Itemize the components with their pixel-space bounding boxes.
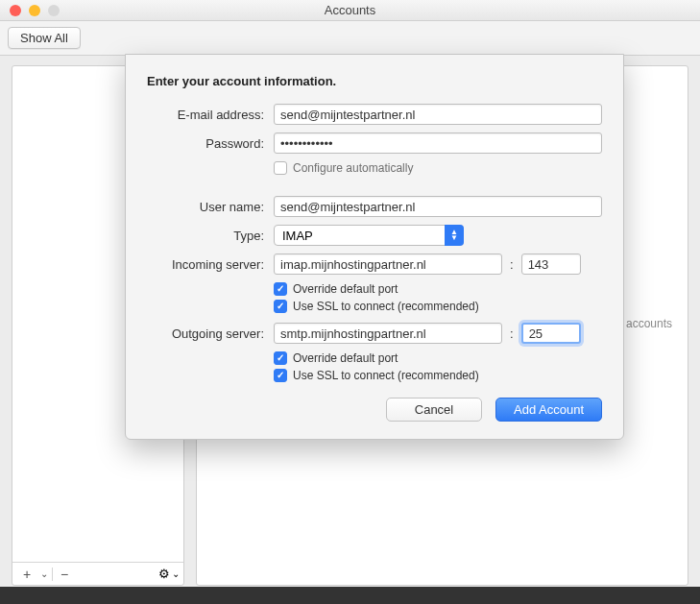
hint-text: t accounts [619, 317, 672, 330]
configure-auto-label: Configure automatically [293, 161, 413, 175]
username-label: User name: [147, 200, 264, 214]
window-toolbar: Show All [0, 21, 700, 56]
minus-icon: − [60, 567, 68, 582]
add-account-button[interactable]: + [16, 566, 37, 583]
email-field[interactable] [274, 104, 602, 125]
password-label: Password: [147, 136, 264, 151]
incoming-ssl-checkbox[interactable] [274, 300, 287, 313]
zoom-window-button[interactable] [48, 5, 60, 16]
password-field[interactable] [274, 133, 602, 154]
add-account-dropdown[interactable]: ⌄ [37, 566, 51, 583]
window-title: Accounts [0, 3, 700, 17]
type-label: Type: [147, 229, 264, 243]
remove-account-button[interactable]: − [54, 566, 75, 583]
gear-icon: ⚙ [158, 567, 170, 581]
outgoing-label: Outgoing server: [147, 326, 264, 341]
type-select[interactable]: IMAP ▲▼ [274, 225, 464, 246]
incoming-label: Incoming server: [147, 257, 264, 272]
incoming-ssl-label: Use SSL to connect (recommended) [293, 300, 479, 313]
incoming-server-field[interactable] [274, 254, 502, 275]
title-bar: Accounts [0, 0, 700, 21]
outgoing-override-port-checkbox[interactable] [274, 351, 287, 365]
email-label: E-mail address: [147, 108, 264, 122]
separator [52, 568, 53, 581]
bottom-bar [0, 587, 700, 604]
configure-auto-checkbox[interactable] [274, 161, 287, 175]
outgoing-server-field[interactable] [274, 323, 502, 344]
incoming-port-field[interactable] [521, 254, 581, 275]
plus-icon: + [23, 567, 31, 582]
outgoing-override-port-label: Override default port [293, 351, 398, 365]
chevron-down-icon: ⌄ [40, 568, 48, 579]
add-account-button[interactable]: Add Account [495, 398, 602, 422]
port-separator: : [510, 326, 514, 341]
empty-hint: t accounts [619, 316, 672, 332]
type-selected-value: IMAP [282, 229, 313, 243]
minimize-window-button[interactable] [29, 5, 40, 16]
updown-icon: ▲▼ [445, 225, 464, 246]
outgoing-ssl-checkbox[interactable] [274, 369, 287, 382]
outgoing-ssl-label: Use SSL to connect (recommended) [293, 369, 479, 382]
sheet-heading: Enter your account information. [147, 74, 602, 88]
incoming-override-port-checkbox[interactable] [274, 282, 287, 296]
incoming-override-port-label: Override default port [293, 282, 398, 296]
sidebar-footer: + ⌄ − ⚙ ⌄ [12, 562, 183, 585]
account-setup-sheet: Enter your account information. E-mail a… [125, 54, 624, 440]
chevron-down-icon: ⌄ [172, 568, 180, 579]
outgoing-port-field[interactable] [521, 323, 581, 344]
sidebar-options-button[interactable]: ⚙ ⌄ [158, 567, 180, 581]
show-all-button[interactable]: Show All [8, 27, 81, 49]
cancel-button[interactable]: Cancel [386, 398, 482, 422]
close-window-button[interactable] [10, 5, 21, 16]
username-field[interactable] [274, 196, 602, 217]
port-separator: : [510, 257, 514, 272]
traffic-lights [0, 5, 60, 16]
